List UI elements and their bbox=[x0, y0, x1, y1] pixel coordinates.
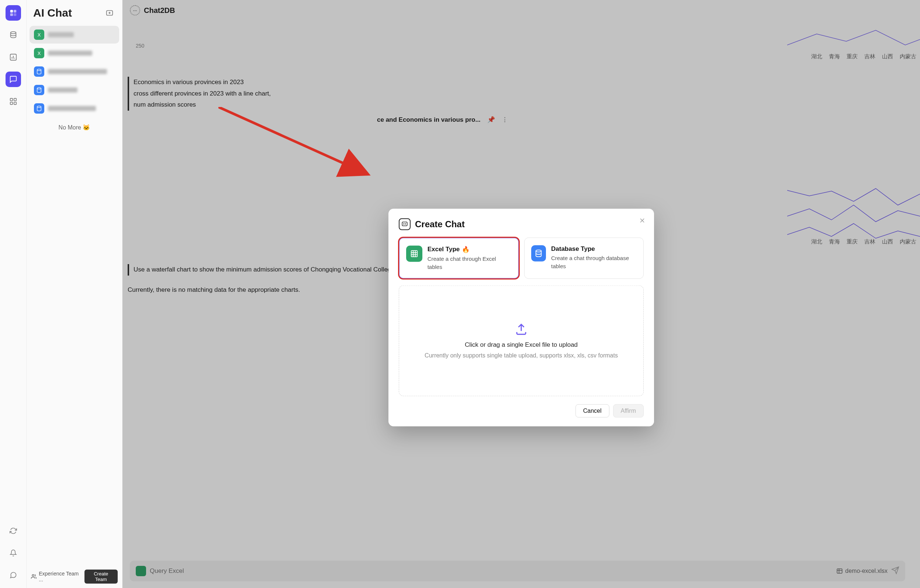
svg-point-20 bbox=[536, 250, 541, 252]
database-icon bbox=[34, 66, 44, 77]
chat-item-label bbox=[48, 106, 96, 111]
modal-chat-icon bbox=[399, 219, 411, 230]
svg-rect-1 bbox=[13, 10, 16, 13]
chat-sidebar: AI Chat X X bbox=[27, 0, 123, 588]
svg-point-17 bbox=[403, 224, 404, 224]
svg-point-11 bbox=[37, 69, 41, 70]
chat-item[interactable] bbox=[29, 63, 119, 80]
chat-item-label bbox=[48, 50, 92, 56]
new-chat-button[interactable] bbox=[104, 7, 115, 19]
rail-chat-icon[interactable] bbox=[5, 71, 21, 87]
svg-rect-3 bbox=[13, 13, 16, 16]
left-rail bbox=[0, 0, 27, 588]
team-icon bbox=[31, 573, 37, 580]
team-label: Experience Team ... bbox=[39, 571, 82, 583]
affirm-button[interactable]: Affirm bbox=[613, 404, 644, 418]
rail-chart-icon[interactable] bbox=[5, 49, 21, 65]
svg-rect-8 bbox=[10, 102, 12, 104]
app-logo bbox=[5, 5, 21, 21]
svg-rect-6 bbox=[10, 99, 12, 101]
svg-rect-2 bbox=[10, 13, 13, 16]
database-type-card[interactable]: Database Type Create a chat through data… bbox=[524, 238, 644, 279]
card-title: Excel Type 🔥 bbox=[428, 246, 512, 253]
card-title: Database Type bbox=[551, 245, 637, 253]
excel-icon: X bbox=[34, 48, 44, 58]
main-panel: ··· Chat2DB 250 湖北 青海 重庆 吉林 山西 内蒙古 Econo… bbox=[123, 0, 920, 588]
svg-rect-7 bbox=[14, 99, 16, 101]
chat-item[interactable] bbox=[29, 100, 119, 117]
database-icon bbox=[531, 245, 546, 262]
rail-bell-icon[interactable] bbox=[5, 545, 21, 561]
svg-rect-9 bbox=[14, 102, 16, 104]
svg-point-13 bbox=[37, 106, 41, 107]
fire-icon: 🔥 bbox=[462, 246, 470, 253]
svg-point-18 bbox=[405, 224, 406, 224]
chat-item[interactable]: X bbox=[29, 44, 119, 62]
chat-item-label bbox=[48, 87, 78, 92]
rail-refresh-icon[interactable] bbox=[5, 523, 21, 539]
svg-point-12 bbox=[37, 87, 41, 89]
upload-icon bbox=[515, 323, 528, 337]
card-desc: Create a chat through Excel tables bbox=[428, 255, 512, 271]
excel-icon: X bbox=[34, 29, 44, 40]
modal-close-button[interactable] bbox=[638, 217, 646, 226]
upload-dropzone[interactable]: Click or drag a single Excel file to upl… bbox=[399, 285, 644, 396]
database-icon bbox=[34, 85, 44, 95]
excel-icon bbox=[406, 246, 423, 262]
cancel-button[interactable]: Cancel bbox=[575, 404, 609, 418]
svg-point-4 bbox=[10, 32, 16, 34]
create-team-button[interactable]: Create Team bbox=[84, 570, 118, 583]
database-icon bbox=[34, 103, 44, 113]
chat-item-label bbox=[48, 32, 74, 37]
card-desc: Create a chat through database tables bbox=[551, 254, 637, 271]
chat-item[interactable] bbox=[29, 81, 119, 99]
no-more-label: No More 🐱 bbox=[29, 117, 119, 138]
chat-item[interactable]: X bbox=[29, 26, 119, 44]
rail-database-icon[interactable] bbox=[5, 27, 21, 43]
rail-message-icon[interactable] bbox=[5, 567, 21, 583]
chat-item-label bbox=[48, 69, 107, 74]
sidebar-footer: Experience Team ... Create Team bbox=[29, 567, 119, 586]
upload-title: Click or drag a single Excel file to upl… bbox=[465, 341, 578, 348]
svg-rect-19 bbox=[411, 251, 418, 257]
modal-title: Create Chat bbox=[415, 219, 465, 230]
create-chat-modal: Create Chat Excel Type 🔥 Create a chat t bbox=[389, 209, 654, 427]
svg-rect-16 bbox=[402, 222, 407, 226]
sidebar-title: AI Chat bbox=[33, 6, 72, 19]
upload-subtitle: Currently only supports single table upl… bbox=[424, 352, 618, 359]
rail-apps-icon[interactable] bbox=[5, 94, 21, 109]
svg-rect-0 bbox=[10, 10, 13, 13]
chat-list: X X bbox=[29, 26, 119, 117]
excel-type-card[interactable]: Excel Type 🔥 Create a chat through Excel… bbox=[399, 238, 519, 279]
